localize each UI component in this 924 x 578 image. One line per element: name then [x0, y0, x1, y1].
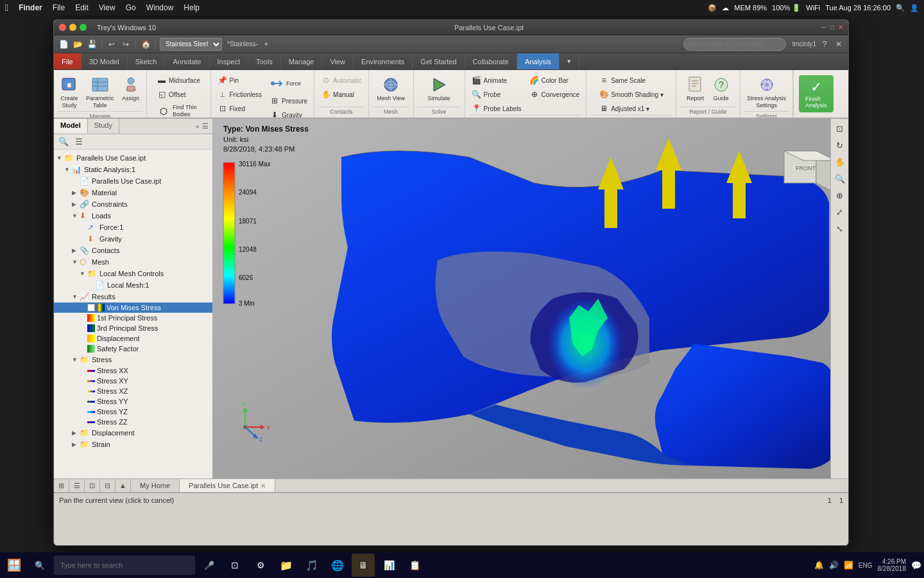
tab-sketch[interactable]: Sketch — [128, 53, 166, 69]
search-panel-btn[interactable]: 🔍 — [56, 136, 71, 147]
maximize-button[interactable] — [80, 24, 87, 31]
mesh-view-button[interactable]: Mesh View — [374, 74, 407, 104]
tab-manage[interactable]: Manage — [281, 53, 323, 69]
tab-analysis[interactable]: Analysis — [517, 53, 560, 69]
rt-orbit[interactable]: ⊕ — [833, 188, 847, 202]
tree-item-sxx[interactable]: ▶ Stress XX — [54, 365, 212, 376]
browser-btn[interactable]: 🌐 — [326, 554, 349, 577]
fixed-button[interactable]: ⊡ Fixed — [215, 102, 265, 115]
tree-item-root[interactable]: ▼ 📁 Parallels Use Case.ipt — [54, 152, 212, 164]
rt-pan[interactable]: ✋ — [833, 155, 847, 169]
tree-item-static[interactable]: ▼ 📊 Static Analysis:1 — [54, 164, 212, 175]
tree-item-mesh[interactable]: ▼ ⬡ Mesh — [54, 256, 212, 268]
animate-button[interactable]: 🎬 Animate — [469, 74, 524, 87]
redo-button[interactable]: ↪ — [120, 39, 132, 50]
bt-icon-grid[interactable]: ⊞ — [54, 479, 69, 492]
help-search[interactable] — [683, 38, 786, 51]
bt-icon-up[interactable]: ▲ — [116, 479, 131, 492]
start-button[interactable]: 🪟 — [3, 554, 26, 577]
offset-button[interactable]: ◱ Offset — [154, 88, 203, 101]
search-button[interactable]: 🔍 — [28, 554, 51, 577]
close-button[interactable] — [59, 24, 66, 31]
simulate-button[interactable]: Simulate — [425, 74, 453, 104]
tab-view[interactable]: View — [322, 53, 354, 69]
panel-add-btn[interactable]: + — [196, 123, 200, 130]
tab-tools[interactable]: Tools — [248, 53, 281, 69]
help-menu[interactable]: Help — [184, 3, 200, 12]
edit-menu[interactable]: Edit — [75, 3, 89, 12]
save-button[interactable]: 💾 — [86, 39, 98, 50]
tree-item-force[interactable]: ▶ ↗ Force:1 — [54, 222, 212, 233]
home-button[interactable]: 🏠 — [140, 39, 151, 50]
app2-btn[interactable]: 📊 — [377, 554, 400, 577]
tree-item-stress-grp[interactable]: ▼ 📁 Stress — [54, 354, 212, 365]
app3-btn[interactable]: 📋 — [403, 554, 426, 577]
tree-item-sxz[interactable]: ▶ Stress XZ — [54, 386, 212, 396]
tab-collaborate[interactable]: Collaborate — [465, 53, 517, 69]
parametric-table-button[interactable]: ParametricTable — [83, 74, 117, 111]
taskbar-notification-icon[interactable]: 🔔 — [814, 561, 824, 570]
tree-item-local-mesh-controls[interactable]: ▼ 📁 Local Mesh Controls — [54, 268, 212, 279]
gravity-button[interactable]: ⬇ Gravity — [267, 109, 310, 119]
tab-extra[interactable]: ▾ — [560, 53, 579, 69]
find-thin-bodies-button[interactable]: ⬡ Find ThinBodies — [154, 102, 203, 119]
win-min-btn[interactable]: ─ — [822, 24, 826, 31]
tree-item-material[interactable]: ▶ 🎨 Material — [54, 187, 212, 198]
create-study-button[interactable]: 📋 CreateStudy — [58, 74, 81, 111]
bt-icon-tile[interactable]: ⊡ — [85, 479, 100, 492]
tree-item-syy[interactable]: ▶ Stress YY — [54, 396, 212, 407]
tree-item-sxy[interactable]: ▶ Stress XY — [54, 376, 212, 386]
user-icon[interactable]: 👤 — [910, 4, 919, 12]
frictionless-button[interactable]: ⟂ Frictionless — [215, 88, 265, 101]
report-button[interactable]: Report — [684, 74, 707, 104]
musicapp-btn[interactable]: 🎵 — [300, 554, 323, 577]
rt-expand[interactable]: ⤢ — [833, 205, 847, 219]
tab-close-btn[interactable]: ✕ — [261, 482, 266, 489]
taskbar-eng[interactable]: ENG — [859, 562, 873, 569]
panel-menu-btn[interactable]: ☰ — [202, 122, 209, 130]
tab-my-home[interactable]: My Home — [131, 479, 180, 492]
tree-item-syz[interactable]: ▶ Stress YZ — [54, 407, 212, 417]
viewport[interactable]: FRONT Type: Von Mises Stress Unit: ksi 8… — [213, 119, 848, 478]
undo-button[interactable]: ↩ — [106, 39, 117, 50]
midsurface-button[interactable]: ▬ Midsurface — [154, 74, 203, 87]
tree-item-gravity[interactable]: ▶ ⬇ Gravity — [54, 233, 212, 245]
panel-menu-icon[interactable]: ☰ — [73, 136, 85, 147]
material-select[interactable]: Stainless Steel — [160, 38, 222, 51]
fileexplorer-btn[interactable]: 📁 — [275, 554, 298, 577]
tree-item-results[interactable]: ▼ 📈 Results — [54, 291, 212, 302]
help-button[interactable]: ? — [819, 39, 830, 50]
tab-file[interactable]: File — [54, 53, 81, 69]
bt-icon-split[interactable]: ⊟ — [100, 479, 116, 492]
win-close-btn[interactable]: ✕ — [838, 24, 843, 31]
tree-item-1st-stress[interactable]: ▶ 1st Principal Stress — [54, 313, 212, 323]
minimize-button[interactable] — [69, 24, 76, 31]
taskbar-volume[interactable]: 🔊 — [829, 561, 839, 570]
tree-item-strain[interactable]: ▶ 📁 Strain — [54, 439, 212, 450]
rt-rotate[interactable]: ↻ — [833, 138, 847, 152]
tree-item-von-mises[interactable]: ▶ ✓ Von Mises Stress — [54, 302, 212, 313]
smooth-shading-button[interactable]: 🎨 Smooth Shading ▾ — [596, 88, 666, 101]
force-button[interactable]: Force — [267, 74, 310, 93]
color-bar-button[interactable]: 🌈 Color Bar — [527, 74, 582, 87]
automatic-button[interactable]: ⊙ Automatic — [318, 74, 364, 87]
tree-item-3rd-stress[interactable]: ▶ 3rd Principal Stress — [54, 323, 212, 333]
adjusted-button[interactable]: 🖥 Adjusted x1 ▾ — [596, 102, 666, 115]
probe-labels-button[interactable]: 📍 Probe Labels — [469, 102, 524, 115]
taskview-button[interactable]: ⊡ — [223, 554, 246, 577]
convergence-button[interactable]: ⊕ Convergence — [527, 88, 582, 101]
view-menu[interactable]: View — [99, 3, 116, 12]
settings-taskbar-btn[interactable]: ⚙ — [249, 554, 272, 577]
window-menu[interactable]: Window — [146, 3, 174, 12]
taskbar-search-input[interactable] — [54, 556, 195, 575]
tree-item-displacement-grp[interactable]: ▶ 📁 Displacement — [54, 427, 212, 439]
plus-button[interactable]: + — [261, 39, 272, 50]
manual-button[interactable]: ✋ Manual — [318, 88, 364, 101]
probe-button[interactable]: 🔍 Probe — [469, 88, 524, 101]
tree-item-contacts[interactable]: ▶ 📎 Contacts — [54, 245, 212, 256]
mic-button[interactable]: 🎤 — [198, 554, 221, 577]
rt-shrink[interactable]: ⤡ — [833, 222, 847, 236]
file-menu[interactable]: File — [53, 3, 65, 12]
checkbox-vm[interactable]: ✓ — [87, 304, 95, 311]
win-controls-bar[interactable]: ✕ — [833, 39, 844, 50]
